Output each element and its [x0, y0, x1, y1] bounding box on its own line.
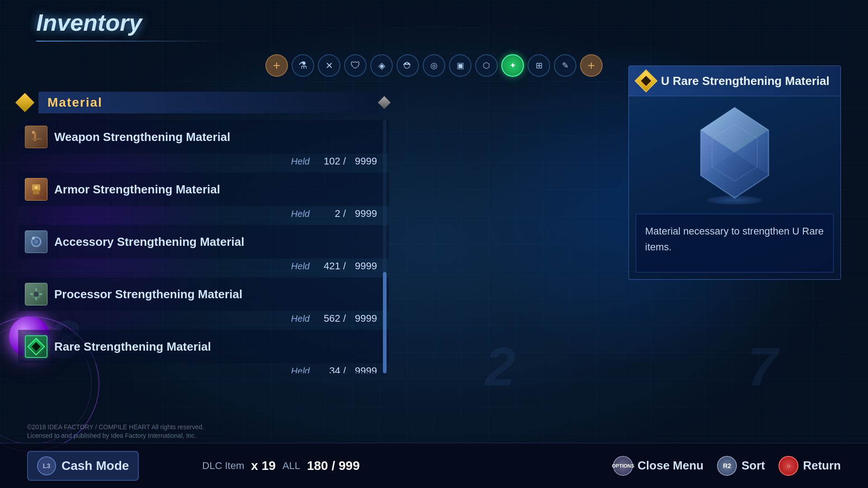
detail-header: U Rare Strengthening Material: [629, 66, 840, 96]
held-count-weapon: 102 /: [319, 155, 346, 167]
category-label[interactable]: Material: [38, 92, 380, 113]
return-label: Return: [803, 459, 841, 473]
close-menu-control[interactable]: OPTIONS Close Menu: [613, 456, 703, 476]
toolbar-helmet-icon[interactable]: ⛑: [396, 54, 419, 77]
list-item[interactable]: Accessory Strengthening Material Held 42…: [18, 225, 389, 277]
held-max-accessory: 9999: [355, 260, 382, 272]
detail-description: Material necessary to strengthen U Rare …: [645, 223, 824, 255]
svg-rect-12: [35, 297, 37, 300]
toolbar-potion-icon[interactable]: ⚗: [292, 54, 314, 77]
svg-point-7: [34, 239, 38, 244]
item-name-rare: Rare Strengthening Material: [54, 340, 382, 354]
processor-material-icon: [25, 283, 47, 305]
held-count-processor: 562 /: [319, 313, 346, 324]
all-label: ALL: [283, 460, 300, 472]
toolbar-plus-left-icon[interactable]: +: [265, 54, 288, 77]
category-diamond-right: [378, 96, 391, 109]
dlc-count: x 19: [251, 459, 276, 473]
r2-button-icon: R2: [717, 456, 737, 476]
svg-rect-8: [32, 237, 35, 239]
svg-rect-2: [31, 138, 41, 140]
dlc-item-label: DLC Item: [202, 460, 244, 472]
held-count-accessory: 421 /: [319, 260, 346, 272]
held-count-armor: 2 /: [319, 208, 346, 220]
scrollbar[interactable]: [383, 120, 387, 373]
detail-image-area: [629, 96, 840, 209]
copyright-text: ©2018 IDEA FACTORY / COMPILE HEART All r…: [27, 423, 204, 441]
item-name-armor: Armor Strengthening Material: [54, 183, 382, 197]
item-name-processor: Processor Strengthening Material: [54, 287, 382, 301]
detail-panel: U Rare Strengthening Material Material n…: [628, 66, 841, 280]
toolbar-box-icon[interactable]: ⬡: [475, 54, 498, 77]
detail-item-icon: [635, 70, 658, 93]
weapon-material-icon: [25, 126, 47, 148]
list-item[interactable]: Rare Strengthening Material Held 34 / 99…: [18, 330, 389, 373]
svg-rect-5: [35, 186, 38, 189]
toolbar-pen-icon[interactable]: ✎: [554, 54, 576, 77]
svg-rect-1: [34, 133, 36, 141]
armor-material-icon: [25, 178, 47, 201]
l3-badge: L3: [37, 456, 56, 475]
options-button-icon: OPTIONS: [613, 456, 633, 476]
page-title: Inventory: [36, 9, 850, 36]
detail-crystal-image: [629, 96, 840, 209]
item-name-weapon: Weapon Strengthening Material: [54, 130, 382, 144]
list-item[interactable]: Armor Strengthening Material Held 2 / 99…: [18, 173, 389, 224]
svg-rect-13: [30, 293, 33, 295]
held-label-processor: Held: [291, 314, 310, 324]
toolbar-material-icon[interactable]: ✦: [501, 54, 524, 77]
held-label-rare: Held: [291, 366, 310, 374]
detail-title: U Rare Strengthening Material: [661, 74, 830, 88]
rare-material-icon: [25, 335, 47, 358]
toolbar-shield-icon[interactable]: 🛡: [344, 54, 367, 77]
item-list: Weapon Strengthening Material Held 102 /…: [18, 120, 389, 373]
sort-label: Sort: [741, 459, 765, 473]
toolbar-chip-icon[interactable]: ▣: [449, 54, 472, 77]
category-diamond-left: [15, 93, 34, 112]
cash-mode-button[interactable]: L3 Cash Mode: [27, 451, 139, 481]
held-max-weapon: 9999: [355, 155, 382, 167]
held-count-rare: 34 /: [319, 365, 346, 373]
bottom-bar: L3 Cash Mode DLC Item x 19 ALL 180 / 999…: [0, 443, 868, 488]
held-label-weapon: Held: [291, 156, 310, 167]
dlc-section: DLC Item x 19 ALL 180 / 999: [202, 459, 359, 473]
svg-rect-10: [34, 292, 38, 296]
scroll-thumb: [383, 272, 387, 373]
total-count: 180 / 999: [307, 459, 360, 473]
toolbar-plus-right-icon[interactable]: +: [580, 54, 603, 77]
close-menu-label: Close Menu: [637, 459, 703, 473]
item-list-container: Weapon Strengthening Material Held 102 /…: [18, 120, 389, 373]
accessory-material-icon: [25, 230, 47, 253]
toolbar-binoculars-icon[interactable]: ⊞: [528, 54, 550, 77]
list-item[interactable]: Processor Strengthening Material Held 56…: [18, 277, 389, 329]
cash-mode-label: Cash Mode: [61, 459, 129, 473]
category-bar: Material: [18, 92, 389, 113]
return-control[interactable]: ○ Return: [778, 456, 841, 476]
held-max-armor: 9999: [355, 208, 382, 220]
bottom-controls: OPTIONS Close Menu R2 Sort ○ Return: [613, 456, 841, 476]
circle-button-icon: ○: [778, 456, 798, 476]
svg-rect-14: [39, 293, 42, 295]
toolbar-disc-icon[interactable]: ◎: [423, 54, 445, 77]
sort-control[interactable]: R2 Sort: [717, 456, 765, 476]
held-label-armor: Held: [291, 209, 310, 219]
list-item[interactable]: Weapon Strengthening Material Held 102 /…: [18, 120, 389, 172]
held-max-processor: 9999: [355, 313, 382, 324]
toolbar-crystal-icon[interactable]: ◈: [370, 54, 393, 77]
title-underline: [36, 41, 226, 42]
svg-rect-11: [35, 288, 37, 291]
held-label-accessory: Held: [291, 261, 310, 272]
detail-description-box: Material necessary to strengthen U Rare …: [636, 214, 834, 272]
held-max-rare: 9999: [355, 365, 382, 373]
toolbar-sword-icon[interactable]: ✕: [318, 54, 340, 77]
item-name-accessory: Accessory Strengthening Material: [54, 235, 382, 249]
svg-rect-4: [33, 190, 39, 194]
